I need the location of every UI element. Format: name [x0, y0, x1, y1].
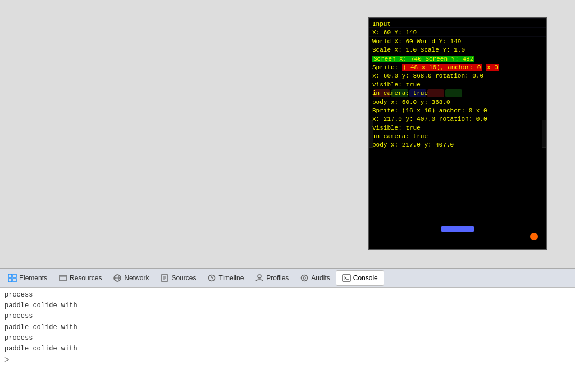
svg-point-16 — [258, 275, 261, 278]
console-icon — [342, 274, 351, 282]
debug-line-camera2: in camera: true — [372, 133, 543, 141]
tab-elements[interactable]: Elements — [2, 270, 53, 286]
audits-icon — [300, 274, 309, 282]
tab-elements-label: Elements — [19, 274, 47, 282]
prompt-arrow: > — [4, 355, 9, 364]
debug-line-sprite2: Bprite: (16 x 16) anchor: 0 x 0 — [372, 107, 543, 115]
profiles-icon — [255, 274, 264, 282]
console-prompt: > — [4, 355, 571, 364]
debug-line-scale: Scale X: 1.0 Scale Y: 1.0 — [372, 46, 543, 54]
tab-network[interactable]: Network — [107, 270, 154, 286]
debug-line-body1: body x: 60.0 y: 368.0 — [372, 98, 543, 107]
paddle-sprite — [441, 226, 474, 232]
tab-audits[interactable]: Audits — [294, 270, 335, 286]
main-area: Input X: 60 Y: 149 World X: 60 World Y: … — [0, 0, 575, 268]
console-line-5: process — [4, 333, 571, 344]
debug-line-pos1: x: 60.0 y: 368.0 rotation: 0.0 — [372, 72, 543, 80]
debug-line-pos2: x: 217.0 y: 407.0 rotation: 0.0 — [372, 115, 543, 124]
debug-line-visible1: visible: true — [372, 81, 543, 89]
svg-rect-0 — [8, 274, 12, 277]
debug-line-title: Input — [372, 20, 543, 29]
console-input[interactable] — [11, 356, 517, 364]
console-line-6: paddle colide with — [4, 344, 571, 354]
debug-line-worldxy: World X: 60 World Y: 149 — [372, 38, 543, 46]
tab-sources-label: Sources — [171, 274, 196, 282]
debug-line-screen: Screen X: 740 Screen Y: 482 — [372, 55, 543, 63]
network-icon — [113, 274, 122, 282]
debug-line-visible2: visible: true — [372, 124, 543, 133]
resources-icon — [58, 274, 67, 282]
console-line-1: process — [4, 290, 571, 300]
debug-line-body2: body x: 217.0 y: 407.0 — [372, 141, 543, 149]
sources-icon — [160, 274, 169, 282]
tab-audits-label: Audits — [311, 274, 330, 282]
tab-console-label: Console — [353, 274, 378, 282]
debug-line-xy: X: 60 Y: 149 — [372, 29, 543, 37]
devtools-toolbar: Elements Resources Network Sources Timel… — [0, 268, 575, 288]
svg-point-18 — [303, 277, 305, 279]
console-line-2: paddle colide with — [4, 300, 571, 311]
tab-profiles[interactable]: Profiles — [249, 270, 294, 286]
tab-resources-label: Resources — [70, 274, 102, 282]
svg-rect-3 — [13, 279, 16, 282]
tab-sources[interactable]: Sources — [154, 270, 202, 286]
debug-line-camera1: in camera: true — [372, 89, 543, 98]
tab-network-label: Network — [124, 274, 149, 282]
svg-point-17 — [302, 275, 308, 281]
game-container: Input X: 60 Y: 149 World X: 60 World Y: … — [368, 17, 547, 250]
ball-sprite — [530, 233, 538, 240]
tab-timeline-label: Timeline — [218, 274, 244, 282]
console-line-3: process — [4, 311, 571, 322]
svg-rect-2 — [8, 279, 12, 282]
svg-rect-4 — [60, 275, 66, 281]
debug-line-sprite1: Sprite: ( 48 x 16), anchor: 0 x 0 — [372, 63, 543, 72]
tab-console[interactable]: Console — [336, 270, 384, 286]
console-area: process paddle colide with process paddl… — [0, 288, 575, 392]
tab-timeline[interactable]: Timeline — [202, 270, 249, 286]
svg-rect-1 — [13, 274, 16, 277]
debug-overlay: Input X: 60 Y: 149 World X: 60 World Y: … — [369, 18, 546, 152]
tab-profiles-label: Profiles — [266, 274, 289, 282]
elements-icon — [8, 274, 17, 282]
console-line-4: paddle colide with — [4, 322, 571, 333]
timeline-icon — [207, 274, 216, 282]
tab-resources[interactable]: Resources — [53, 270, 107, 286]
